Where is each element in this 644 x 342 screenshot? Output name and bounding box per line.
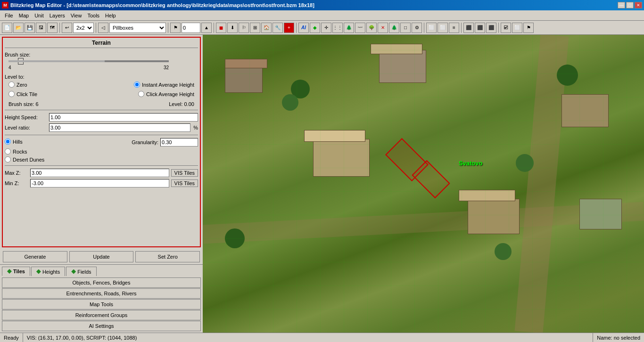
bottom-buttons: Generate Update Set Zero [0, 249, 203, 264]
save-button[interactable]: 💾 [25, 23, 35, 33]
save2-icon: 🖫 [39, 25, 43, 30]
click-avg-radio[interactable] [138, 91, 144, 97]
diamond-green-icon: ◆ [313, 25, 317, 30]
hills-radio[interactable] [5, 138, 11, 145]
counter-up[interactable]: ▲ [201, 23, 212, 33]
tb-terrain2[interactable]: ⬛ [475, 23, 485, 33]
sub-menu-item-3[interactable]: Reinforcement Groups [2, 310, 201, 320]
arrow-icon-btn[interactable]: ◁ [98, 23, 108, 33]
tb-action7[interactable]: + [284, 23, 294, 33]
tb-ai1[interactable]: AI [298, 23, 309, 33]
divider3 [5, 165, 198, 166]
tb-vis3[interactable]: ⚑ [523, 23, 534, 33]
tb-square1[interactable]: □ [400, 23, 411, 33]
sub-menu-item-2[interactable]: Map Tools [2, 299, 201, 309]
square-icon: □ [404, 25, 407, 30]
generate-button[interactable]: Generate [3, 251, 67, 262]
menu-unit[interactable]: Unit [32, 12, 47, 19]
toolbar: 📄 📂 💾 🖫 🗺 ↩ 2x2 4x4 1x1 ◁ Pillboxes ⚑ 0 … [0, 21, 644, 35]
tb-vis1[interactable]: 🗹 [501, 23, 511, 33]
rocks-radio[interactable] [5, 148, 11, 155]
menu-file[interactable]: File [2, 12, 16, 19]
tab-heights[interactable]: Heights [31, 267, 65, 276]
tb-map2[interactable]: ⬜ [438, 23, 448, 33]
tb-water1[interactable]: 〰 [355, 23, 365, 33]
max-z-vis-button[interactable]: VIS Tiles [171, 169, 198, 177]
sub-menu-item-0[interactable]: Objects, Fences, Bridges [2, 277, 201, 288]
tb-terrain1[interactable]: ⬛ [463, 23, 474, 33]
tb-action3[interactable]: ⚐ [239, 23, 249, 33]
menu-view[interactable]: View [68, 12, 85, 19]
tb-green1[interactable]: ◆ [310, 23, 320, 33]
maximize-button[interactable]: □ [626, 2, 634, 8]
sub-menu-item-4[interactable]: AI Settings [2, 321, 201, 331]
menu-help[interactable]: Help [102, 12, 119, 19]
tb-terrain3[interactable]: ⬛ [486, 23, 496, 33]
open-button[interactable]: 📂 [13, 23, 24, 33]
title-bar-text: M Blitzkrieg Map Editor - [d:\steam\stea… [2, 2, 314, 8]
tb-rail1[interactable]: ⋮⋮ [332, 23, 343, 33]
plus-icon: + [288, 25, 290, 30]
tab-tiles[interactable]: Tiles [2, 267, 30, 276]
save2-button[interactable]: 🖫 [36, 23, 46, 33]
sub-menu-item-1[interactable]: Entrenchments, Roads, Rivers [2, 288, 201, 299]
map-view[interactable]: Svatovo [203, 35, 644, 333]
tb-vis2[interactable]: ⬜ [512, 23, 522, 33]
desert-radio[interactable] [5, 156, 11, 163]
menu-map[interactable]: Map [16, 12, 32, 19]
height-speed-row: Height Speed: [5, 113, 198, 122]
desert-radio-group: Desert Dunes [5, 156, 198, 163]
undo-button[interactable]: ↩ [62, 23, 72, 33]
close-button[interactable]: ✕ [635, 2, 642, 8]
tb-cross1[interactable]: ✛ [321, 23, 331, 33]
menu-tools[interactable]: Tools [84, 12, 102, 19]
height-speed-input[interactable] [49, 113, 198, 122]
tb-action5[interactable]: 🏠 [261, 23, 272, 33]
tb-gear1[interactable]: ⚙ [412, 23, 422, 33]
menu-layers[interactable]: Layers [47, 12, 68, 19]
divider2 [5, 135, 198, 135]
tab-fields[interactable]: Fields [66, 267, 96, 276]
object-select[interactable]: Pillboxes [109, 23, 166, 33]
terrain-icon2: ⬛ [477, 25, 483, 30]
max-z-row: Max Z: VIS Tiles [5, 169, 198, 177]
title-bar: M Blitzkrieg Map Editor - [d:\steam\stea… [0, 0, 644, 10]
tb-tree3[interactable]: 🌲 [389, 23, 399, 33]
divider1 [5, 110, 198, 110]
tb-action1[interactable]: ■ [216, 23, 226, 33]
tab-bar: Tiles Heights Fields [0, 264, 203, 276]
click-tile-radio[interactable] [8, 91, 15, 97]
desert-label: Desert Dunes [13, 157, 44, 163]
max-z-label: Max Z: [5, 170, 28, 176]
brush-size-slider[interactable] [8, 60, 169, 62]
terrain-icon3: ⬛ [488, 25, 494, 30]
new-button[interactable]: 📄 [2, 23, 12, 33]
update-button[interactable]: Update [69, 251, 134, 262]
granularity-input[interactable] [160, 138, 198, 147]
zero-radio[interactable] [8, 81, 15, 88]
tree-icon: 🌲 [346, 25, 352, 30]
min-z-vis-button[interactable]: VIS Tiles [171, 179, 198, 187]
tb-action6[interactable]: 🔧 [272, 23, 283, 33]
tb-action4[interactable]: ⊞ [250, 23, 260, 33]
tb-map3[interactable]: ≡ [449, 23, 459, 33]
terrain-icon1: ⬛ [466, 25, 471, 30]
tb-action2[interactable]: ⬇ [227, 23, 238, 33]
tb-map1[interactable]: ⬜ [426, 23, 437, 33]
sep6 [424, 23, 424, 33]
granularity-label: Granularity: [132, 139, 158, 145]
max-z-input[interactable] [30, 169, 169, 177]
grid-select[interactable]: 2x2 4x4 1x1 [73, 23, 94, 33]
tb-red1[interactable]: ✕ [378, 23, 388, 33]
place-button[interactable]: ⚑ [170, 23, 181, 33]
gear-icon: ⚙ [415, 25, 419, 30]
instant-avg-radio[interactable] [134, 81, 140, 88]
set-zero-button[interactable]: Set Zero [135, 251, 200, 262]
tb-tree1[interactable]: 🌲 [344, 23, 354, 33]
minimize-button[interactable]: — [618, 2, 625, 8]
min-z-input[interactable] [30, 179, 169, 187]
level-ratio-input[interactable] [49, 123, 190, 132]
tb-tree2[interactable]: 🌳 [366, 23, 377, 33]
up-arrow-icon: ▲ [204, 25, 209, 30]
minimap-button[interactable]: 🗺 [47, 23, 58, 33]
